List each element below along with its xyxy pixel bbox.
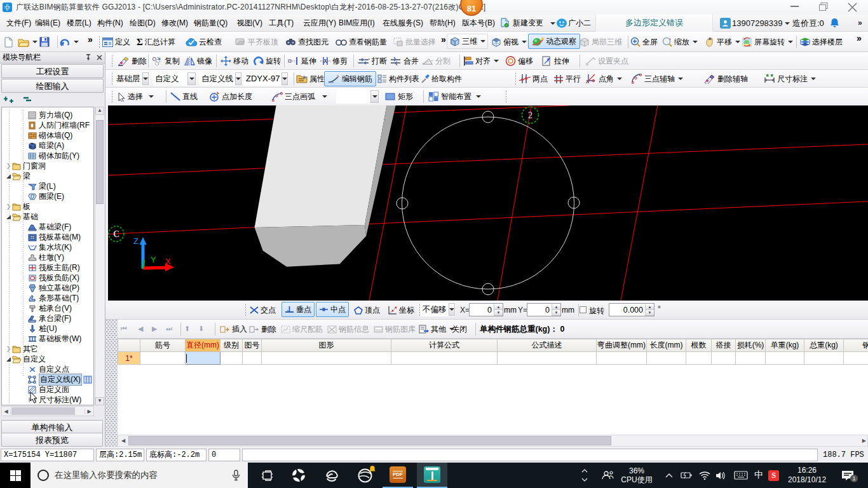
svg-text:C: C — [113, 229, 119, 239]
svg-text:Y: Y — [151, 255, 156, 264]
svg-text:Z: Z — [133, 236, 139, 246]
svg-text:X: X — [165, 257, 171, 266]
svg-text:2: 2 — [528, 111, 532, 120]
